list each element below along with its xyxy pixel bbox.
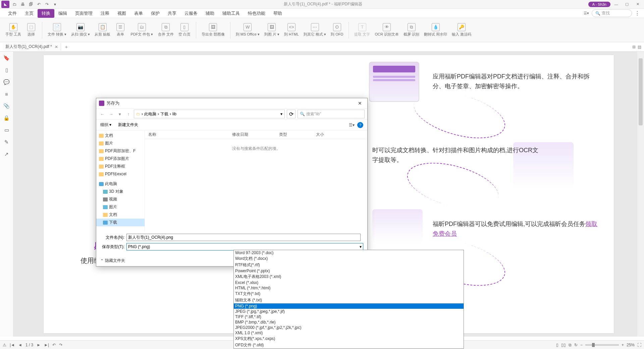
menu-home[interactable]: 主页 xyxy=(21,9,38,18)
pages-icon[interactable]: ▯ xyxy=(5,67,8,73)
minimize-button[interactable]: — xyxy=(611,1,621,8)
dropdown-option[interactable]: OFD文件 (*.ofd) xyxy=(234,342,464,348)
menu-page[interactable]: 页面管理 xyxy=(71,9,97,18)
col-type[interactable]: 类型 xyxy=(276,132,313,137)
breadcrumb-dropdown-icon[interactable]: ▾ xyxy=(280,112,282,116)
help-icon[interactable]: ? xyxy=(357,122,363,128)
dropdown-option[interactable]: 辅助文本 (*.txt) xyxy=(234,297,464,303)
menu-share[interactable]: 共享 xyxy=(164,9,180,18)
ribbon-hand-tool[interactable]: ✋手型 工具 xyxy=(4,22,22,37)
ribbon-from-scanner[interactable]: 📷从扫 描仪 ▾ xyxy=(70,22,91,37)
view-single-icon[interactable]: ▯ xyxy=(556,343,558,347)
ribbon-from-clipboard[interactable]: 📋从剪 贴板 xyxy=(93,22,112,37)
ribbon-merge[interactable]: ⧉合并 文件 xyxy=(157,22,175,37)
view-continuous-icon[interactable]: ▯▯ xyxy=(561,343,566,347)
dropdown-option[interactable]: PowerPoint (*.pptx) xyxy=(234,268,464,274)
dropdown-option[interactable]: XML 1.0 (*.xml) xyxy=(234,330,464,336)
open-icon[interactable]: 🗀 xyxy=(12,2,17,7)
collapse-ribbon-icon[interactable]: ⋮ xyxy=(635,10,640,16)
dropdown-option[interactable]: TXT文件(*.txt) xyxy=(234,291,464,297)
ribbon-options-icon[interactable]: ☰▾ xyxy=(584,11,589,15)
zoom-out-button[interactable]: − xyxy=(580,343,583,347)
prev-page-button[interactable]: ◄ xyxy=(18,343,22,347)
last-page-button[interactable]: ►| xyxy=(44,343,49,347)
ribbon-to-ofd[interactable]: O到 OFD xyxy=(329,22,344,37)
layers-icon[interactable]: ≡ xyxy=(5,91,8,97)
breadcrumb-path[interactable]: 🗀 ›此电脑 ›下载 ›lib ▾ xyxy=(134,110,285,118)
folder-search-input[interactable]: 🔍 搜索"lib" xyxy=(298,110,365,118)
nav-fwd-icon[interactable]: ↷ xyxy=(59,343,62,347)
bookmark-icon[interactable]: 🔖 xyxy=(3,55,10,61)
document-tab[interactable]: 新人引导(1)_OCR(4).pdf * ✕ xyxy=(3,43,61,51)
ribbon-blank-page[interactable]: ▯空 白页 xyxy=(177,22,192,37)
menu-edit[interactable]: 编辑 xyxy=(54,9,71,18)
menu-assist[interactable]: 辅助 xyxy=(202,9,218,18)
ribbon-export-images[interactable]: 🖼导出全 部图像 xyxy=(200,22,226,37)
dropdown-option-selected[interactable]: PNG (*.png) xyxy=(234,303,464,309)
ribbon-to-html[interactable]: <>到 HTML xyxy=(283,22,300,37)
tab-close-icon[interactable]: ✕ xyxy=(55,45,58,49)
zoom-value[interactable]: 25% xyxy=(627,343,635,347)
ribbon-screenshot-ocr[interactable]: ⧉截屏 识别 xyxy=(402,22,421,37)
ribbon-pdf-package[interactable]: 🗂PDF文 件包 ▾ xyxy=(129,22,154,37)
dropdown-option[interactable]: RTF格式(*.rtf) xyxy=(234,262,464,268)
dropdown-option[interactable]: JPEG (*.jpg,*.jpeg,*.jpe,*.jif) xyxy=(234,309,464,314)
dropdown-option[interactable]: JPEG2000 (*.jpf,*.jpx,*.jp2,*.j2k,*.jpc) xyxy=(234,325,464,330)
redo-icon[interactable]: ↷ xyxy=(44,2,50,7)
qat-more-icon[interactable]: ▾ xyxy=(52,2,58,7)
filename-input[interactable] xyxy=(126,234,361,241)
close-button[interactable]: ✕ xyxy=(633,1,643,8)
fields-icon[interactable]: ▭ xyxy=(4,127,9,133)
menu-help[interactable]: 帮助 xyxy=(269,9,286,18)
nav-forward-button[interactable]: → xyxy=(108,111,114,117)
refresh-button[interactable]: ⟳ xyxy=(287,110,296,118)
zoom-slider-thumb[interactable] xyxy=(592,343,595,347)
ribbon-activate[interactable]: 🔑输入 激活码 xyxy=(450,22,473,37)
nav-up-button[interactable]: ↑ xyxy=(125,111,132,117)
dropdown-option[interactable]: HTML (*.htm;*.html) xyxy=(234,285,464,291)
maximize-button[interactable]: ▢ xyxy=(622,1,632,8)
dropdown-option[interactable]: BMP (*.bmp,*.dib,*.rle) xyxy=(234,319,464,325)
menu-convert[interactable]: 转换 xyxy=(38,9,54,18)
search-input[interactable]: 🔍 查找 xyxy=(592,9,632,17)
ribbon-form[interactable]: ☰表单 xyxy=(114,22,127,37)
dropdown-option[interactable]: Word文档 (*.docx) xyxy=(234,255,464,262)
hide-folders-toggle[interactable]: ⌃ 隐藏文件夹 xyxy=(100,258,125,264)
status-alert-icon[interactable]: ⚠ xyxy=(3,343,6,347)
security-icon[interactable]: 🔒 xyxy=(3,115,10,121)
ribbon-ocr[interactable]: 👁OCR 识别文本 xyxy=(373,22,400,37)
zoom-in-button[interactable]: + xyxy=(622,343,624,347)
col-name[interactable]: 名称 xyxy=(145,132,229,137)
ribbon-to-msoffice[interactable]: W到 MS Office ▾ xyxy=(234,22,261,37)
menu-annotate[interactable]: 注释 xyxy=(97,9,113,18)
dialog-close-button[interactable]: ✕ xyxy=(355,100,365,107)
view-options-icon[interactable]: ☰▾ xyxy=(349,123,355,127)
ribbon-watermark-trial[interactable]: 💧翻转试 用水印 xyxy=(423,22,448,37)
view-mode-icon-2[interactable]: ▤ xyxy=(638,45,641,49)
next-page-button[interactable]: ► xyxy=(37,343,41,347)
attachments-icon[interactable]: 📎 xyxy=(3,103,10,109)
dropdown-option[interactable]: XPS文档(*.xps,*.oxps) xyxy=(234,336,464,342)
print-icon[interactable]: 🗐 xyxy=(28,2,34,7)
undo-icon[interactable]: ↶ xyxy=(36,2,42,7)
scrollbar-thumb[interactable] xyxy=(639,58,643,125)
more-panel-icon[interactable]: ↗ xyxy=(4,151,9,157)
dropdown-option[interactable]: Word 97-2003 (*.doc) xyxy=(234,250,464,255)
first-page-button[interactable]: |◄ xyxy=(10,343,15,347)
dropdown-option[interactable]: TIFF (*.tiff,*.tif) xyxy=(234,314,464,319)
menu-protect[interactable]: 保护 xyxy=(147,9,164,18)
ribbon-extract-text[interactable]: T提取 文字 xyxy=(353,22,371,37)
dropdown-option[interactable]: XML电子表格2003 (*.xml) xyxy=(234,274,464,280)
signature-icon[interactable]: ✎ xyxy=(4,139,9,145)
view-mode-icon-1[interactable]: ⊞ xyxy=(632,45,636,49)
menu-cloud[interactable]: 云服务 xyxy=(180,9,202,18)
view-facing-icon[interactable]: ⧉ xyxy=(569,343,572,347)
menu-file[interactable]: 文件 xyxy=(4,9,21,18)
save-icon[interactable]: 🖶 xyxy=(20,2,25,7)
savetype-dropdown[interactable]: Word 97-2003 (*.doc) Word文档 (*.docx) RTF… xyxy=(233,250,464,349)
nav-back-button[interactable]: ← xyxy=(99,111,106,117)
ribbon-to-image[interactable]: 🖼到图 片 ▾ xyxy=(263,22,281,37)
user-badge[interactable]: A - Sh3n xyxy=(588,2,610,7)
fullscreen-icon[interactable]: ⛶ xyxy=(637,343,641,347)
ribbon-select[interactable]: ⬚选择 xyxy=(24,22,38,37)
